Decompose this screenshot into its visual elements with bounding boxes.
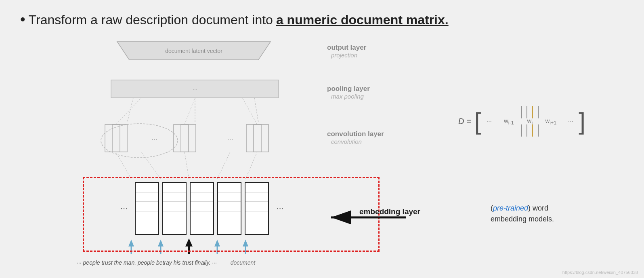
svg-line-33 [245,152,257,179]
svg-text:···: ··· [151,135,157,143]
embed-dots-right: ··· [276,203,283,214]
document-text: ··· people trust the man. people betray … [77,259,255,266]
matrix-inner: ··· wi-1 wi wi+1 ··· [484,108,575,135]
svg-line-4 [127,98,133,122]
svg-text:···: ··· [227,135,233,143]
embed-dots-left: ··· [120,203,128,214]
pretrained-link: pre-trained [493,204,528,212]
svg-rect-11 [181,124,189,152]
conv-layer-label: convolution layer convolution [327,130,420,145]
title-line: • Transform a raw description document i… [20,12,624,27]
svg-line-29 [116,152,131,179]
svg-rect-12 [246,124,269,152]
layer-labels: output layer projection pooling layer ma… [327,40,420,147]
matrix-bracket-right: ] [579,110,585,134]
svg-line-31 [185,152,189,179]
svg-rect-9 [112,124,120,152]
output-layer-label: output layer projection [327,44,420,59]
svg-line-32 [217,152,230,179]
svg-rect-10 [174,124,196,152]
svg-line-16 [116,98,141,124]
slide: • Transform a raw description document i… [0,0,644,278]
col-line-b3 [538,124,539,137]
svg-line-18 [242,98,257,124]
embed-col-3 [190,182,214,235]
matrix-area: D = [ ··· wi-1 [458,108,616,135]
svg-rect-13 [254,124,261,152]
title-bold: a numeric document matrix. [276,13,449,27]
embed-col-1 [135,182,159,235]
svg-line-30 [141,152,161,179]
embed-col-4 [217,182,241,235]
pretrained-area: (pre-trained) wordembedding models. [491,203,612,225]
svg-text:···: ··· [193,86,197,93]
col-line-orange-b [532,124,533,137]
main-content: document latent vector ··· [20,40,624,261]
embed-col-2 [162,182,187,235]
svg-rect-2 [111,80,279,98]
matrix-d-label: D = [458,117,471,126]
embed-col-5 [245,182,269,235]
col-line-2 [527,106,527,118]
svg-point-7 [101,124,178,158]
svg-text:document latent vector: document latent vector [165,48,222,54]
svg-line-17 [185,98,195,124]
col-line-orange [532,106,533,118]
matrix-bracket-left: [ [474,110,481,134]
big-arrow-svg [327,201,408,234]
bullet: • [20,12,25,27]
svg-rect-8 [105,124,127,152]
svg-line-6 [254,98,258,122]
svg-marker-0 [117,42,271,60]
col-line-3 [538,106,539,118]
col-line-b2 [527,124,527,137]
col-line-1 [521,106,522,118]
col-line-b1 [521,124,522,137]
title-prefix: Transform a raw description document int… [29,13,273,27]
watermark: https://blog.csdn.net/weixin_40756038 [562,270,638,275]
pooling-layer-label: pooling layer max pooling [327,85,420,100]
document-label: document [231,259,255,266]
